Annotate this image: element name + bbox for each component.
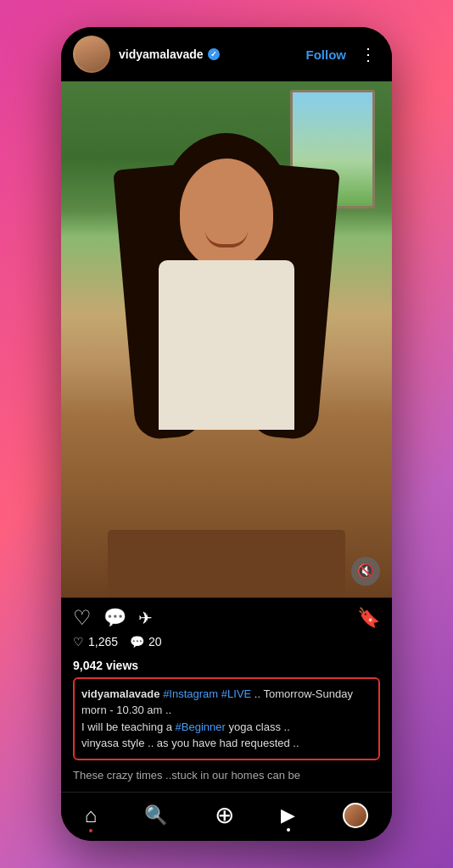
reels-active-dot <box>287 828 290 832</box>
home-active-dot <box>89 829 92 832</box>
views-count: 9,042 views <box>73 659 380 672</box>
avatar[interactable] <box>73 36 110 73</box>
follow-button[interactable]: Follow <box>305 44 349 65</box>
like-comment-counts: ♡ 1,265 💬 20 <box>73 635 380 648</box>
like-button[interactable]: ♡ <box>73 606 92 630</box>
phone-frame: vidyamalavade ✓ Follow ⋮ <box>61 27 392 841</box>
nav-reels[interactable]: ▶ <box>281 804 295 826</box>
nav-search[interactable]: 🔍 <box>144 804 167 826</box>
nav-add[interactable]: ⊕ <box>215 801 234 829</box>
comment-icon: 💬 <box>130 635 144 648</box>
share-button[interactable]: ✈ <box>138 608 153 628</box>
table <box>108 530 345 598</box>
comment-count: 💬 20 <box>130 635 162 648</box>
video-container[interactable]: 🔇 <box>61 81 392 598</box>
reels-icon: ▶ <box>281 804 295 826</box>
caption-box: vidyamalavade #Instagram #LIVE .. Tomorr… <box>73 677 380 760</box>
video-background <box>61 81 392 598</box>
username-block: vidyamalavade ✓ <box>119 47 296 61</box>
like-count: ♡ 1,265 <box>73 635 118 648</box>
nav-profile[interactable] <box>343 803 368 828</box>
action-icons-row: ♡ 💬 ✈ 🔖 <box>73 606 380 630</box>
comment-button[interactable]: 💬 <box>103 607 126 629</box>
post-header: vidyamalavade ✓ Follow ⋮ <box>61 27 392 81</box>
caption-area: 9,042 views vidyamalavade #Instagram #LI… <box>61 654 392 793</box>
username: vidyamalavade <box>119 47 204 61</box>
heart-icon: ♡ <box>73 635 84 648</box>
caption-username[interactable]: vidyamalavade <box>81 687 160 700</box>
smile <box>205 231 248 248</box>
hashtag-beginner[interactable]: #Beginner <box>176 721 226 733</box>
hashtag-live[interactable]: #LIVE <box>221 687 251 700</box>
nav-home[interactable]: ⌂ <box>85 804 98 827</box>
bottom-nav: ⌂ 🔍 ⊕ ▶ <box>61 792 392 841</box>
mute-button[interactable]: 🔇 <box>351 557 380 586</box>
search-icon: 🔍 <box>144 804 167 826</box>
add-icon: ⊕ <box>215 801 234 829</box>
bookmark-button[interactable]: 🔖 <box>357 607 380 629</box>
caption-more: These crazy times ..stuck in our homes c… <box>73 767 380 784</box>
person <box>108 133 345 598</box>
home-icon: ⌂ <box>85 804 98 827</box>
face <box>180 159 273 269</box>
profile-avatar-icon <box>343 803 368 828</box>
actions-bar: ♡ 💬 ✈ 🔖 ♡ 1,265 💬 20 <box>61 598 392 654</box>
verified-icon: ✓ <box>208 48 220 60</box>
hashtag-instagram[interactable]: #Instagram <box>163 687 218 700</box>
mute-icon: 🔇 <box>357 563 374 579</box>
more-options-button[interactable]: ⋮ <box>356 42 380 66</box>
body <box>159 260 294 430</box>
caption-highlighted: vidyamalavade #Instagram #LIVE .. Tomorr… <box>81 686 372 752</box>
